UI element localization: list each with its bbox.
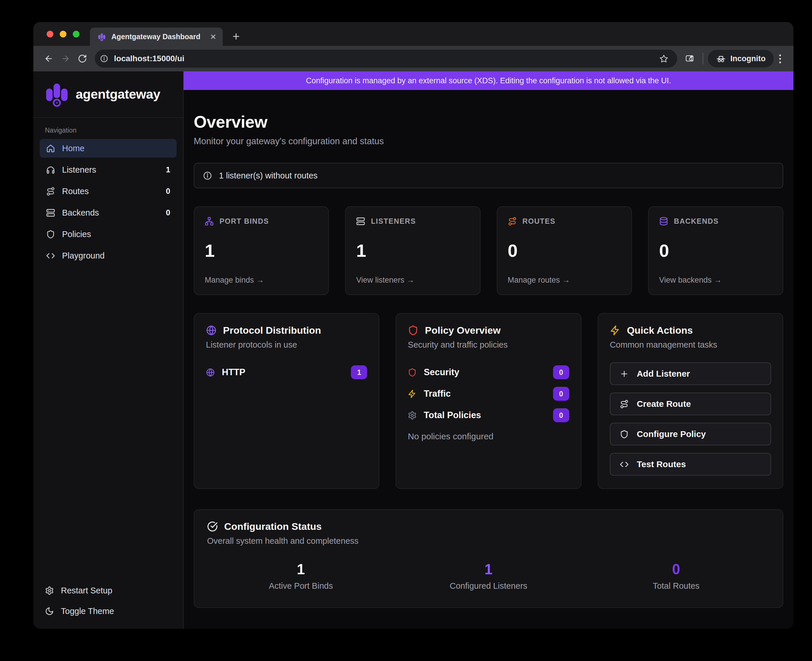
gear-icon <box>408 411 417 420</box>
sidebar-spacer <box>33 265 183 586</box>
tab-close-icon[interactable]: ✕ <box>210 33 217 41</box>
create-route-button[interactable]: Create Route <box>610 393 771 415</box>
brand-name: agentgateway <box>76 87 160 102</box>
sidebar-item-label: Playground <box>62 251 105 260</box>
close-window-button[interactable] <box>47 31 53 37</box>
favicon-agentgateway-icon <box>97 32 106 41</box>
browser-menu-button[interactable]: ⋮ <box>774 53 787 65</box>
search-tabs-button[interactable] <box>681 50 698 67</box>
backends-card: BACKENDS 0 View backends → <box>648 206 783 295</box>
listeners-without-routes-alert: 1 listener(s) without routes <box>194 163 783 188</box>
stat-card-value: 1 <box>205 242 318 260</box>
toggle-theme-button[interactable]: Toggle Theme <box>45 607 171 616</box>
shield-icon <box>408 325 419 336</box>
sidebar-item-label: Policies <box>62 230 91 239</box>
restart-setup-button[interactable]: Restart Setup <box>45 586 171 596</box>
stat-value: 1 <box>207 562 395 576</box>
sidebar-item-playground[interactable]: Playground <box>40 246 177 265</box>
stat-label: Active Port Binds <box>207 581 395 591</box>
stat-label: Total Routes <box>582 581 770 591</box>
policy-label: Traffic <box>424 388 451 399</box>
info-icon <box>100 54 108 63</box>
page-title: Overview <box>194 112 783 131</box>
plus-icon <box>620 369 629 378</box>
forward-arrow-icon <box>61 54 70 63</box>
total-routes-stat: 0 Total Routes <box>582 562 770 591</box>
globe-icon <box>206 325 217 336</box>
configuration-status-card: Configuration Status Overall system heal… <box>194 509 783 608</box>
no-policies-text: No policies configured <box>408 431 569 441</box>
manage-binds-link[interactable]: Manage binds → <box>205 276 318 285</box>
quick-action-label: Configure Policy <box>637 429 706 439</box>
policy-label: Security <box>424 367 459 377</box>
card-subtitle: Common management tasks <box>610 340 771 350</box>
stat-card-value: 1 <box>356 242 469 260</box>
moon-icon <box>45 607 54 616</box>
network-icon <box>205 217 214 226</box>
route-icon <box>508 217 517 226</box>
card-subtitle: Security and traffic policies <box>408 340 569 350</box>
incognito-label: Incognito <box>731 54 766 63</box>
database-icon <box>659 217 668 226</box>
app-content: agentgateway Navigation Home Listeners 1 <box>33 71 793 629</box>
sidebar-item-listeners[interactable]: Listeners 1 <box>40 160 177 179</box>
back-button[interactable] <box>40 50 57 67</box>
site-info-button[interactable] <box>97 52 111 65</box>
lightning-icon <box>408 390 417 398</box>
manage-routes-link[interactable]: Manage routes → <box>508 276 621 285</box>
zoom-window-button[interactable] <box>73 31 80 37</box>
headphones-icon <box>46 165 55 174</box>
sidebar-footer: Restart Setup Toggle Theme <box>33 586 183 629</box>
policy-row-security: Security 0 <box>408 365 569 379</box>
bookmark-button[interactable] <box>657 52 671 65</box>
test-routes-button[interactable]: Test Routes <box>610 453 771 476</box>
card-title-text: Policy Overview <box>425 325 500 336</box>
page-subtitle: Monitor your gateway's configuration and… <box>194 136 783 147</box>
quick-actions-card: Quick Actions Common management tasks Ad… <box>598 313 783 489</box>
policy-row-traffic: Traffic 0 <box>408 387 569 401</box>
policy-row-total: Total Policies 0 <box>408 408 569 422</box>
stat-value: 0 <box>582 562 770 576</box>
shield-icon <box>408 368 417 377</box>
toolbar-divider <box>703 53 703 64</box>
sidebar-item-backends[interactable]: Backends 0 <box>40 203 177 222</box>
minimize-window-button[interactable] <box>60 31 67 37</box>
desktop: Agentgateway Dashboard ✕ + localhost:150… <box>0 0 812 661</box>
card-subtitle: Listener protocols in use <box>206 340 367 350</box>
stat-link-label: Manage binds <box>205 276 254 284</box>
quick-action-label: Create Route <box>637 399 691 409</box>
forward-button[interactable] <box>57 50 74 67</box>
sidebar-item-policies[interactable]: Policies <box>40 225 177 243</box>
new-tab-button[interactable]: + <box>228 29 244 45</box>
stat-card-value: 0 <box>659 242 772 260</box>
reload-button[interactable] <box>74 50 91 67</box>
stat-card-label: ROUTES <box>522 217 556 225</box>
sidebar-item-home[interactable]: Home <box>40 139 177 158</box>
xds-banner: Configuration is managed by an external … <box>183 71 793 90</box>
code-icon <box>620 460 629 469</box>
shield-icon <box>46 230 55 239</box>
incognito-icon <box>716 54 726 64</box>
server-icon <box>46 208 55 217</box>
sidebar-item-routes[interactable]: Routes 0 <box>40 182 177 201</box>
address-bar[interactable]: localhost:15000/ui <box>95 49 677 68</box>
protocol-label: HTTP <box>222 367 245 377</box>
view-backends-link[interactable]: View backends → <box>659 276 772 285</box>
card-subtitle: Overall system health and completeness <box>207 536 770 546</box>
alert-text: 1 listener(s) without routes <box>219 171 318 180</box>
view-listeners-link[interactable]: View listeners → <box>356 276 469 285</box>
tab-title: Agentgateway Dashboard <box>111 32 205 41</box>
policy-count-badge: 0 <box>553 365 569 379</box>
sidebar-item-label: Home <box>62 144 84 153</box>
overview-page: Overview Monitor your gateway's configur… <box>183 90 793 625</box>
browser-tab[interactable]: Agentgateway Dashboard ✕ <box>90 27 223 46</box>
middle-cards-row: Protocol Distribution Listener protocols… <box>194 313 783 489</box>
configure-policy-button[interactable]: Configure Policy <box>610 423 771 445</box>
quick-action-buttons: Add Listener Create Route Configure Poli… <box>610 362 771 476</box>
quick-action-label: Add Listener <box>637 369 690 379</box>
status-stats: 1 Active Port Binds 1 Configured Listene… <box>207 562 770 591</box>
routes-card: ROUTES 0 Manage routes → <box>497 206 632 295</box>
browser-window: Agentgateway Dashboard ✕ + localhost:150… <box>33 22 793 629</box>
protocol-count-badge: 1 <box>351 365 367 379</box>
add-listener-button[interactable]: Add Listener <box>610 362 771 385</box>
